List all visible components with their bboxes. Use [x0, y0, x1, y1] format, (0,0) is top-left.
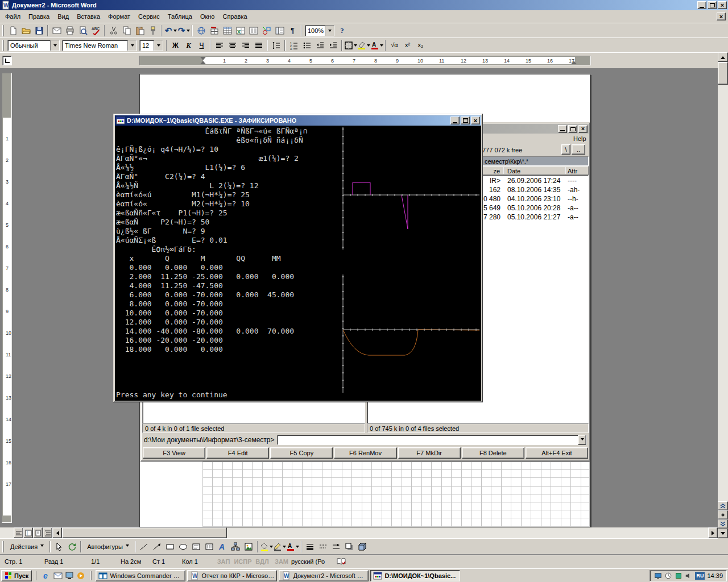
highlight-button[interactable] [357, 39, 370, 52]
hanging-indent-marker[interactable] [200, 58, 206, 64]
menu-item-Вид[interactable]: Вид [53, 11, 73, 22]
horizontal-scrollbar[interactable] [0, 527, 718, 538]
volume-icon[interactable] [684, 571, 693, 580]
combo-dropdown-button[interactable] [325, 26, 334, 36]
help-button[interactable]: ? [336, 24, 349, 37]
line-button[interactable] [138, 541, 151, 553]
fkey-F8[interactable]: F8 Delete [462, 447, 524, 459]
insert-hyperlink-button[interactable] [195, 24, 208, 37]
vertical-ruler[interactable]: 1234567891011121314151617 [2, 73, 12, 523]
combo-dropdown-button[interactable] [154, 40, 163, 51]
arrow-button[interactable] [151, 541, 164, 553]
restore-button[interactable] [708, 1, 717, 9]
previous-page-button[interactable] [718, 501, 728, 510]
select-arrow-button[interactable] [52, 541, 65, 553]
spelling-button[interactable]: ABC [89, 24, 102, 37]
style-combo[interactable]: Обычный [7, 40, 60, 51]
outside-border-button[interactable] [344, 39, 357, 52]
menu-item-help[interactable]: Help [573, 135, 586, 142]
combo-dropdown-button[interactable] [50, 40, 59, 51]
show-desktop-icon[interactable] [65, 571, 74, 580]
status-flag-ЗАМ[interactable]: ЗАМ [272, 558, 291, 565]
menu-item-Окно[interactable]: Окно [196, 11, 219, 22]
underline-button[interactable]: Ч [195, 39, 208, 52]
column-header-size[interactable]: ze [481, 168, 500, 174]
close-button[interactable]: × [471, 117, 480, 124]
decrease-indent-button[interactable] [313, 39, 326, 52]
align-left-button[interactable] [213, 39, 226, 52]
horizontal-ruler[interactable]: 1234567891011121314151617 [139, 56, 591, 65]
task-scheduler-icon[interactable] [664, 571, 672, 580]
minimize-button[interactable] [558, 125, 567, 133]
actions-menu-button[interactable]: Действия [6, 542, 48, 551]
tables-and-borders-button[interactable] [208, 24, 221, 37]
zoom-combo[interactable]: 100% [305, 25, 334, 36]
minimize-button[interactable] [697, 1, 706, 9]
italic-button[interactable]: К [182, 39, 195, 52]
fkey-F3[interactable]: F3 View [143, 447, 205, 459]
wordart-button[interactable]: A [216, 541, 229, 553]
menu-item-Формат[interactable]: Формат [104, 11, 134, 22]
autoshapes-menu-button[interactable]: Автофигуры [83, 542, 133, 551]
copy-button[interactable] [120, 24, 133, 37]
paste-button[interactable] [133, 24, 146, 37]
menu-item-Правка[interactable]: Правка [24, 11, 53, 22]
font-size-combo[interactable]: 12 [139, 40, 163, 51]
save-button[interactable] [32, 24, 46, 37]
show-paragraph-marks-button[interactable]: ¶ [286, 24, 299, 37]
dash-style-button[interactable] [317, 541, 330, 553]
print-button[interactable] [63, 24, 76, 37]
taskbar-task[interactable]: WОтчет по ККР - Microsof... [187, 570, 277, 581]
3d-button[interactable] [356, 541, 369, 553]
align-right-button[interactable] [239, 39, 252, 52]
insert-table-button[interactable] [221, 24, 234, 37]
outlook-express-icon[interactable] [53, 571, 63, 580]
normal-view-button[interactable] [14, 527, 23, 538]
media-player-icon[interactable] [76, 571, 85, 580]
status-mode-flags[interactable]: ЗАПИСПРВДЛЗАМ [214, 558, 291, 565]
toolbar-grip[interactable] [2, 40, 4, 51]
rectangle-button[interactable] [164, 541, 177, 553]
close-button[interactable]: × [718, 1, 727, 9]
column-header-attr[interactable]: Attr [568, 168, 577, 174]
scroll-left-button[interactable] [52, 527, 62, 538]
font-color-button[interactable]: A [370, 39, 383, 52]
status-flag-ЗАП[interactable]: ЗАП [214, 558, 233, 565]
new-document-button[interactable] [6, 24, 19, 37]
tab-stop-selector[interactable] [2, 56, 12, 65]
arrow-style-button[interactable] [330, 541, 343, 553]
vertical-text-box-button[interactable] [203, 541, 216, 553]
toolbar-grip[interactable] [2, 25, 4, 36]
taskbar-grip[interactable] [35, 571, 36, 580]
line-color-button[interactable] [273, 541, 286, 553]
diagram-button[interactable] [229, 541, 242, 553]
font-color-button[interactable]: A [286, 541, 299, 553]
command-input[interactable] [277, 435, 587, 445]
print-layout-view-button[interactable] [33, 527, 43, 538]
undo-button[interactable]: ↶ [164, 24, 177, 37]
align-justify-button[interactable] [252, 39, 265, 52]
document-map-button[interactable] [273, 24, 286, 37]
vertical-scrollbar[interactable] [718, 52, 728, 538]
subscript-button[interactable]: x₂ [414, 39, 427, 52]
cut-button[interactable] [107, 24, 120, 37]
outline-view-button[interactable] [43, 527, 52, 538]
taskbar-task[interactable]: WДокумент2 - Microsoft W... [279, 570, 369, 581]
display-settings-icon[interactable] [653, 571, 662, 580]
language-indicator[interactable]: RU [695, 572, 705, 580]
email-button[interactable] [50, 24, 63, 37]
align-center-button[interactable] [226, 39, 239, 52]
status-flag-ВДЛ[interactable]: ВДЛ [253, 558, 272, 565]
column-header-date[interactable]: Date [507, 168, 520, 174]
shadow-button[interactable] [343, 541, 356, 553]
free-rotate-button[interactable] [65, 541, 78, 553]
next-page-button[interactable] [718, 519, 728, 529]
text-box-button[interactable] [190, 541, 203, 553]
fkey-Alt+F4[interactable]: Alt+F4 Exit [526, 447, 588, 459]
scroll-down-button[interactable] [718, 529, 728, 538]
scrollbar-thumb[interactable] [718, 62, 728, 85]
taskbar-task[interactable]: Windows Commander 5.0... [96, 570, 185, 581]
minimize-button[interactable] [450, 117, 460, 124]
close-document-button[interactable]: × [717, 13, 726, 20]
menu-item-Сервис[interactable]: Сервис [134, 11, 164, 22]
